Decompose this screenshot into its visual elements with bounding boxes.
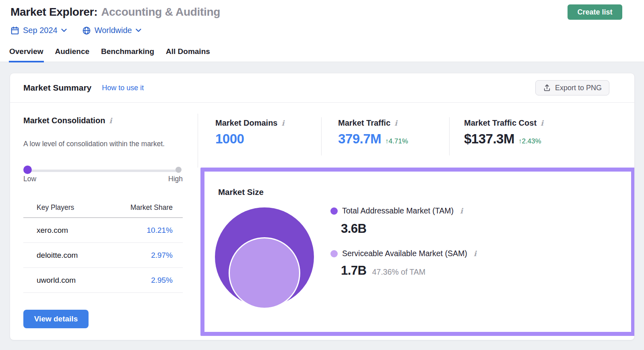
calendar-icon <box>10 26 19 35</box>
sam-percent-of-tam: 47.36% of TAM <box>372 267 425 277</box>
page-header: Market Explorer:Accounting & Auditing Cr… <box>0 0 644 62</box>
stat-value: $137.3M <box>464 131 514 147</box>
globe-icon <box>82 26 91 35</box>
market-size-section: Market Size Total Addressable Market (TA… <box>200 168 635 336</box>
player-domain[interactable]: uworld.com <box>23 268 105 293</box>
slider-labels: Low High <box>23 175 183 183</box>
col-market-share: Market Share <box>105 203 183 218</box>
sam-value: 1.7B <box>341 263 366 278</box>
region-filter[interactable]: Worldwide <box>82 26 141 35</box>
info-icon[interactable]: i <box>394 120 397 127</box>
tab-benchmarking[interactable]: Benchmarking <box>101 47 155 62</box>
table-header-row: Key Players Market Share <box>23 203 183 218</box>
stat-market-domains: Market Domains i 1000 <box>215 118 284 147</box>
sam-circle[interactable] <box>229 237 300 309</box>
table-row: deloitte.com 2.97% <box>23 243 183 268</box>
market-summary-title: Market Summary <box>23 83 91 93</box>
slider-high-label: High <box>168 175 183 183</box>
player-domain[interactable]: deloitte.com <box>23 243 105 268</box>
filters-row: Sep 2024 Worldwide <box>10 26 141 35</box>
tam-legend-label: Total Addressable Market (TAM) <box>342 206 454 215</box>
stat-label: Market Traffic Cost <box>464 118 537 128</box>
tab-overview[interactable]: Overview <box>9 47 44 62</box>
page-title: Market Explorer:Accounting & Auditing <box>10 6 220 19</box>
info-icon[interactable]: i <box>474 250 477 257</box>
player-share: 10.21% <box>105 218 183 243</box>
divider <box>198 114 198 168</box>
chevron-down-icon <box>136 29 141 32</box>
sam-legend: Serviceable Available Market (SAM) i <box>330 249 477 258</box>
slider-low-label: Low <box>23 175 36 183</box>
key-players-table: Key Players Market Share xero.com 10.21%… <box>23 203 183 293</box>
info-icon[interactable]: i <box>282 120 285 127</box>
consolidation-description: A low level of consolidation within the … <box>23 139 173 149</box>
stat-change: ↑4.71% <box>385 137 408 145</box>
slider-end-dot <box>175 167 182 173</box>
tam-legend-dot <box>330 207 338 215</box>
stat-value: 379.7M <box>338 131 381 147</box>
stat-change: ↑2.43% <box>518 137 541 145</box>
tam-value: 3.6B <box>341 222 366 236</box>
info-icon[interactable]: i <box>460 207 463 215</box>
info-icon[interactable]: i <box>541 120 543 127</box>
stat-market-traffic-cost: Market Traffic Cost i $137.3M ↑2.43% <box>464 118 543 147</box>
info-icon[interactable]: i <box>109 117 112 124</box>
sam-legend-label: Serviceable Available Market (SAM) <box>342 249 467 258</box>
date-filter-label: Sep 2024 <box>23 26 58 35</box>
page-title-prefix: Market Explorer: <box>10 6 97 18</box>
view-details-button[interactable]: View details <box>23 310 89 328</box>
col-key-players: Key Players <box>23 203 105 218</box>
how-to-use-link[interactable]: How to use it <box>102 84 144 92</box>
player-domain[interactable]: xero.com <box>23 218 105 243</box>
market-consolidation-title: Market Consolidation i <box>23 116 112 125</box>
slider-track[interactable] <box>26 170 179 172</box>
tabs: Overview Audience Benchmarking All Domai… <box>9 47 211 62</box>
tam-legend: Total Addressable Market (TAM) i <box>330 206 463 215</box>
market-summary-card: Market Summary How to use it Export to P… <box>10 73 635 340</box>
tab-all-domains[interactable]: All Domains <box>165 47 211 62</box>
stat-value: 1000 <box>215 131 244 147</box>
sam-value-row: 1.7B 47.36% of TAM <box>341 263 425 278</box>
page-title-market: Accounting & Auditing <box>101 6 220 18</box>
divider <box>321 117 322 155</box>
divider <box>449 117 450 155</box>
sam-legend-dot <box>330 250 338 257</box>
player-share: 2.97% <box>105 243 183 268</box>
region-filter-label: Worldwide <box>95 26 132 35</box>
upload-icon <box>543 84 551 92</box>
slider-thumb[interactable] <box>23 166 32 174</box>
chevron-down-icon <box>61 29 67 32</box>
table-row: uworld.com 2.95% <box>23 268 183 293</box>
tab-audience[interactable]: Audience <box>55 47 90 62</box>
stat-label: Market Domains <box>215 118 278 128</box>
market-consolidation-label: Market Consolidation <box>23 116 105 125</box>
table-row: xero.com 10.21% <box>23 218 183 243</box>
market-size-title: Market Size <box>218 187 264 197</box>
export-to-png-button[interactable]: Export to PNG <box>535 80 609 95</box>
export-to-png-label: Export to PNG <box>555 84 602 92</box>
card-header: Market Summary How to use it Export to P… <box>10 73 634 103</box>
stat-market-traffic: Market Traffic i 379.7M ↑4.71% <box>338 118 408 147</box>
create-list-button[interactable]: Create list <box>568 4 622 20</box>
player-share: 2.95% <box>105 268 183 293</box>
date-filter[interactable]: Sep 2024 <box>10 26 67 35</box>
stat-label: Market Traffic <box>338 118 390 128</box>
